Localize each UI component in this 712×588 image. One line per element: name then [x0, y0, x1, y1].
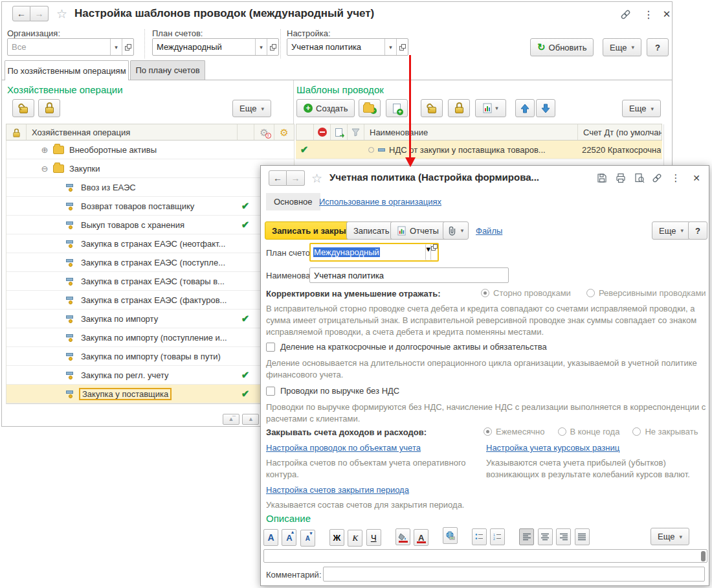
- operations-table-header[interactable]: Хозяйственная операция ⚙! ⚙: [6, 124, 295, 141]
- tree-row[interactable]: ⊕Внеоборотные активы: [6, 141, 294, 159]
- get-link-icon[interactable]: [650, 171, 664, 185]
- print-icon[interactable]: [614, 171, 628, 185]
- organization-field[interactable]: Все ▾: [7, 38, 134, 56]
- open-icon[interactable]: [267, 39, 278, 55]
- help-button[interactable]: ?: [647, 38, 669, 56]
- settings-warning-icon[interactable]: ⚙!: [260, 128, 268, 137]
- favorite-star-icon[interactable]: ☆: [56, 6, 67, 21]
- get-link-icon[interactable]: [618, 7, 632, 21]
- storno-radio[interactable]: [481, 289, 489, 297]
- open-icon[interactable]: [122, 39, 133, 55]
- chevron-down-icon[interactable]: ▾: [255, 39, 267, 55]
- scroll-up-icon[interactable]: ▲: [242, 414, 259, 425]
- description-scrollbar[interactable]: [701, 551, 706, 561]
- kebab-menu-icon[interactable]: ⋮: [641, 7, 656, 21]
- vat-checkbox[interactable]: [266, 387, 275, 396]
- templates-unlock-button[interactable]: [421, 99, 443, 117]
- chevron-down-icon[interactable]: ▾: [110, 39, 122, 55]
- align-right-button[interactable]: [556, 528, 571, 545]
- no-close-radio[interactable]: [632, 427, 641, 436]
- report-button[interactable]: ▾: [475, 99, 506, 117]
- tree-row[interactable]: Закупка по импорту (товары в пути): [6, 347, 294, 366]
- open-icon[interactable]: [430, 244, 438, 260]
- align-center-button[interactable]: [538, 528, 553, 545]
- save-button[interactable]: Записать: [346, 221, 397, 240]
- dialog-more-button[interactable]: Еще▾: [652, 221, 691, 240]
- chevron-down-icon[interactable]: ▾: [425, 244, 430, 260]
- bold-button[interactable]: Ж: [329, 529, 344, 546]
- attachments-button[interactable]: ▾: [443, 221, 469, 240]
- templates-table-header[interactable]: Наименование Счет Дт (по умолчан: [296, 124, 662, 141]
- settings-gear-icon[interactable]: ⚙: [280, 128, 288, 137]
- underline-button[interactable]: Ч: [366, 529, 381, 546]
- lock-button[interactable]: [38, 99, 60, 117]
- save-icon[interactable]: [595, 171, 609, 185]
- tree-row[interactable]: Ввоз из ЕАЭС: [6, 178, 294, 197]
- favorite-star-icon[interactable]: ☆: [311, 171, 322, 186]
- create-group-button[interactable]: +: [359, 99, 381, 117]
- forward-icon[interactable]: →: [30, 6, 49, 21]
- period-close-link[interactable]: Настройка счетов закрытия периода: [266, 485, 409, 495]
- templates-lock-button[interactable]: [448, 99, 470, 117]
- division-checkbox[interactable]: [266, 343, 275, 352]
- bullet-list-button[interactable]: [472, 528, 487, 545]
- chevron-down-icon[interactable]: ▾: [384, 39, 396, 55]
- template-row[interactable]: ✔ НДС от закупки у поставщика товаров...…: [296, 141, 662, 159]
- copy-button[interactable]: +: [386, 99, 408, 117]
- name-input[interactable]: [309, 267, 509, 283]
- open-icon[interactable]: [396, 39, 408, 55]
- font-button[interactable]: А: [263, 529, 278, 546]
- tree-row[interactable]: Закупка у поставщика✔: [6, 385, 294, 403]
- font-color-button[interactable]: А: [414, 529, 428, 546]
- italic-button[interactable]: К: [348, 530, 362, 547]
- align-left-button[interactable]: [519, 528, 534, 545]
- tree-row[interactable]: Закупка по импорту✔: [6, 310, 294, 328]
- tree-row[interactable]: Возврат товаров поставщику✔: [6, 197, 294, 216]
- exchange-diff-link[interactable]: Настройка учета курсовых разниц: [486, 443, 619, 453]
- tree-row[interactable]: Закупка по импорту (поступление и...: [6, 328, 294, 347]
- refresh-button[interactable]: ↻ Обновить: [530, 38, 594, 56]
- tree-row[interactable]: Закупка в странах ЕАЭС (поступле...: [6, 253, 294, 272]
- close-icon[interactable]: ✕: [660, 7, 674, 21]
- tree-row[interactable]: Закупка по регл. учету✔: [6, 366, 294, 385]
- kebab-menu-icon[interactable]: ⋮: [669, 171, 683, 185]
- back-icon[interactable]: ←: [269, 170, 287, 186]
- scroll-top-icon[interactable]: ▲̅: [223, 414, 239, 425]
- plan-field[interactable]: Международный ▾: [309, 243, 439, 262]
- font-increase-button[interactable]: А▲: [282, 529, 296, 546]
- back-icon[interactable]: ←: [12, 6, 30, 21]
- description-more-button[interactable]: Еще▾: [651, 528, 689, 545]
- tree-row[interactable]: Выкуп товаров с хранения✔: [6, 216, 294, 234]
- align-justify-button[interactable]: [575, 528, 590, 545]
- objects-settings-link[interactable]: Настройка проводок по объектам учета: [266, 443, 421, 453]
- comment-input[interactable]: [323, 567, 705, 582]
- dialog-help-button[interactable]: ?: [688, 221, 707, 240]
- numbered-list-button[interactable]: 12: [490, 528, 505, 545]
- reverse-radio[interactable]: [586, 289, 595, 297]
- monthly-radio[interactable]: [484, 427, 492, 436]
- close-icon[interactable]: ✕: [689, 171, 704, 185]
- move-down-button[interactable]: [536, 99, 555, 117]
- tab-main[interactable]: Основное: [266, 193, 320, 210]
- tree-row[interactable]: Закупка в странах ЕАЭС (неотфакт...: [6, 234, 294, 253]
- operations-more-button[interactable]: Еще▾: [232, 100, 271, 117]
- tree-row[interactable]: ⊖Закупки: [6, 159, 294, 178]
- fill-color-button[interactable]: [395, 528, 410, 545]
- move-up-button[interactable]: [515, 99, 535, 117]
- usage-in-orgs-link[interactable]: Использование в организациях: [319, 197, 441, 207]
- tree-row[interactable]: Закупка в странах ЕАЭС (товары в...: [6, 272, 294, 291]
- tab-by-chart[interactable]: По плану счетов: [130, 60, 205, 80]
- files-link[interactable]: Файлы: [476, 226, 502, 236]
- more-button[interactable]: Еще▾: [603, 38, 641, 56]
- forward-icon[interactable]: →: [287, 170, 305, 186]
- templates-more-button[interactable]: Еще▾: [622, 100, 661, 117]
- templates-scrollbar[interactable]: [663, 124, 671, 166]
- tree-row[interactable]: Закупка в странах ЕАЭС (фактуров...: [6, 291, 294, 310]
- font-decrease-button[interactable]: А▼: [300, 530, 315, 547]
- insert-link-button[interactable]: [443, 527, 458, 544]
- preview-icon[interactable]: [632, 171, 647, 185]
- tab-by-operations[interactable]: По хозяйственным операциям: [5, 60, 129, 80]
- description-input[interactable]: [263, 549, 707, 563]
- expand-icon[interactable]: ⊕: [40, 145, 49, 155]
- create-button[interactable]: + Создать: [296, 99, 355, 117]
